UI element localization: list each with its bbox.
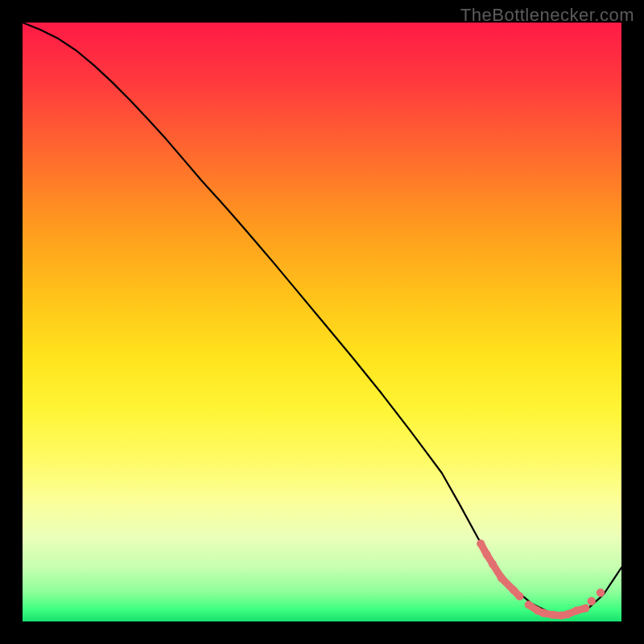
plot-area xyxy=(23,23,621,621)
bottleneck-curve xyxy=(23,23,621,616)
highlight-dot xyxy=(510,586,518,594)
highlight-dot xyxy=(548,611,556,619)
highlight-dot xyxy=(477,539,485,547)
highlight-dot xyxy=(497,574,506,582)
highlight-dot xyxy=(597,588,605,597)
highlight-dot xyxy=(483,551,491,559)
watermark-text: TheBottlenecker.com xyxy=(460,5,634,26)
chart-stage: TheBottlenecker.com xyxy=(0,0,644,644)
highlight-dot xyxy=(572,607,580,615)
highlight-dot xyxy=(588,597,596,605)
highlight-dot xyxy=(489,560,497,568)
highlight-dot xyxy=(516,592,524,601)
chart-svg xyxy=(23,23,621,621)
highlight-dot xyxy=(539,609,547,617)
highlight-dot xyxy=(564,610,572,618)
highlight-dot xyxy=(525,601,533,609)
highlight-dot xyxy=(581,605,589,613)
